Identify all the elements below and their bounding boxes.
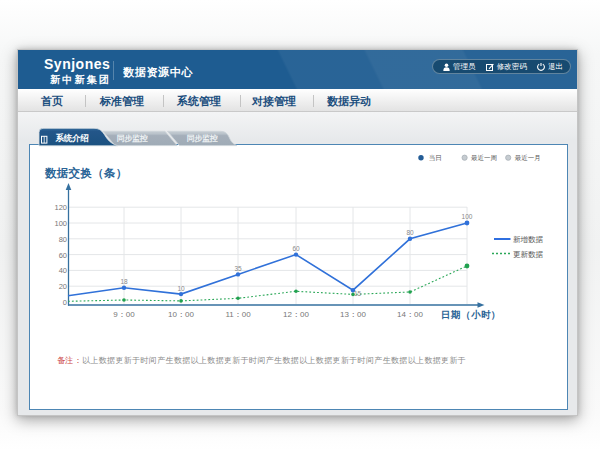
svg-text:同步监控: 同步监控 <box>117 134 148 143</box>
svg-text:系统介绍: 系统介绍 <box>54 133 89 143</box>
svg-text:同步监控: 同步监控 <box>187 134 218 143</box>
